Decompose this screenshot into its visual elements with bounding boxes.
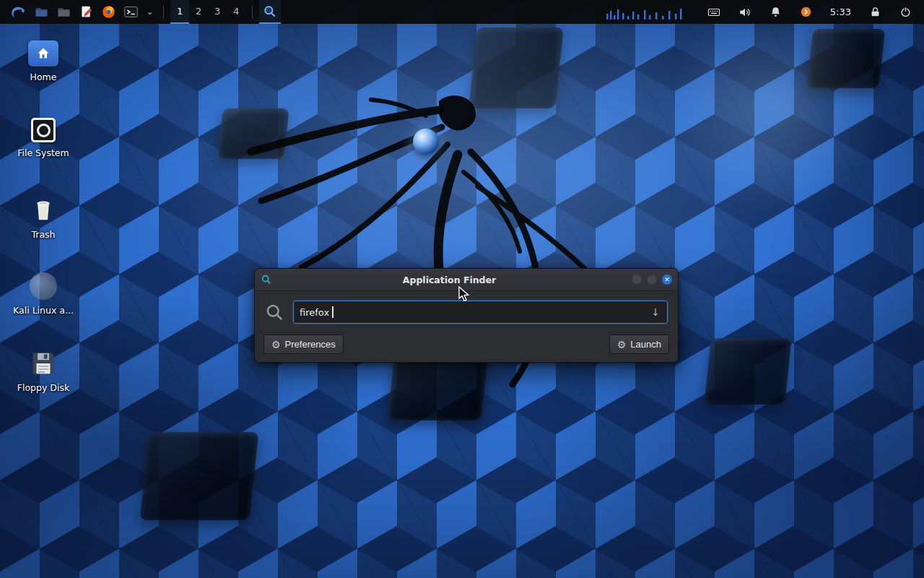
power-icon — [899, 6, 912, 18]
launch-gear-icon: ⚙ — [617, 340, 627, 350]
notifications-button[interactable] — [766, 0, 785, 24]
desktop-icon-column: Home File System Trash Kali Linux a... — [6, 36, 81, 423]
desktop-icon-label: Home — [30, 72, 57, 82]
search-input[interactable]: firefox ↓ — [293, 301, 668, 324]
search-input-value: firefox — [300, 307, 329, 318]
documents-launcher[interactable] — [53, 0, 75, 24]
keyboard-icon — [707, 6, 720, 19]
dropdown-arrow-icon[interactable]: ↓ — [650, 306, 661, 318]
speaker-icon — [738, 6, 751, 19]
terminal-launcher[interactable] — [120, 0, 142, 24]
panel-separator — [163, 6, 164, 19]
text-caret — [332, 306, 334, 318]
desktop-root: ⌄ 1 2 3 4 — [0, 0, 924, 578]
clock[interactable]: 5:33 — [827, 0, 855, 24]
minimize-button[interactable] — [632, 275, 642, 285]
kali-menu-button[interactable] — [6, 0, 30, 24]
orange-status-button[interactable] — [796, 0, 816, 24]
desktop-icon-trash[interactable]: Trash — [6, 191, 81, 268]
close-icon: ✕ — [664, 277, 670, 283]
workspace-3[interactable]: 3 — [208, 0, 227, 24]
logout-power-button[interactable] — [896, 0, 915, 24]
finder-body: firefox ↓ — [255, 291, 678, 328]
desktop-icon-kali-disk[interactable]: Kali Linux a... — [6, 268, 81, 345]
desktop-icon-home[interactable]: Home — [6, 36, 81, 113]
workspace-2[interactable]: 2 — [189, 0, 208, 24]
file-manager-launcher[interactable] — [30, 0, 53, 24]
system-monitor-graph — [605, 5, 684, 20]
preferences-button[interactable]: ⚙ Preferences — [263, 335, 344, 354]
desktop-icon-filesystem[interactable]: File System — [6, 113, 81, 191]
text-editor-launcher[interactable] — [75, 0, 97, 24]
window-magnifier-icon — [261, 274, 272, 285]
lock-icon — [869, 6, 881, 18]
close-button[interactable]: ✕ — [662, 275, 672, 285]
application-finder-window: Application Finder ✕ firefox ↓ ⚙ Prefere… — [254, 268, 679, 363]
firefox-launcher[interactable] — [97, 0, 120, 24]
home-icon — [28, 40, 58, 66]
gear-icon: ⚙ — [271, 340, 281, 350]
magnifier-icon — [263, 4, 277, 19]
filesystem-drive-icon — [31, 118, 56, 142]
finder-actions: ⚙ Preferences ⚙ Launch — [255, 328, 678, 362]
desktop-icon-label: Trash — [31, 230, 55, 240]
desktop-icon-label: Kali Linux a... — [13, 306, 74, 316]
volume-control[interactable] — [735, 0, 755, 24]
desktop-icon-floppy[interactable]: Floppy Disk — [6, 345, 81, 423]
system-tray: 5:33 — [605, 0, 918, 24]
taskbar-application-finder[interactable] — [259, 0, 281, 24]
keyboard-indicator[interactable] — [704, 0, 724, 24]
orange-circle-icon — [800, 6, 812, 18]
launch-button[interactable]: ⚙ Launch — [609, 335, 669, 354]
maximize-button[interactable] — [647, 275, 657, 285]
wallpaper-glossy-sphere — [413, 129, 439, 155]
desktop-icon-label: File System — [17, 148, 69, 158]
disk-icon — [30, 272, 57, 300]
desktop-icon-label: Floppy Disk — [17, 383, 69, 393]
bell-icon — [770, 6, 782, 18]
titlebar[interactable]: Application Finder ✕ — [255, 269, 678, 291]
lock-screen-button[interactable] — [866, 0, 885, 24]
floppy-icon — [30, 350, 57, 377]
search-icon — [265, 303, 284, 322]
terminal-dropdown-chevron-icon[interactable]: ⌄ — [142, 0, 157, 24]
top-panel: ⌄ 1 2 3 4 — [0, 0, 924, 24]
workspace-1[interactable]: 1 — [170, 0, 189, 24]
trash-icon — [30, 195, 57, 224]
panel-separator — [252, 6, 253, 19]
window-title: Application Finder — [272, 275, 627, 285]
workspace-4[interactable]: 4 — [227, 0, 245, 24]
launch-button-label: Launch — [630, 339, 661, 350]
preferences-button-label: Preferences — [285, 339, 336, 350]
